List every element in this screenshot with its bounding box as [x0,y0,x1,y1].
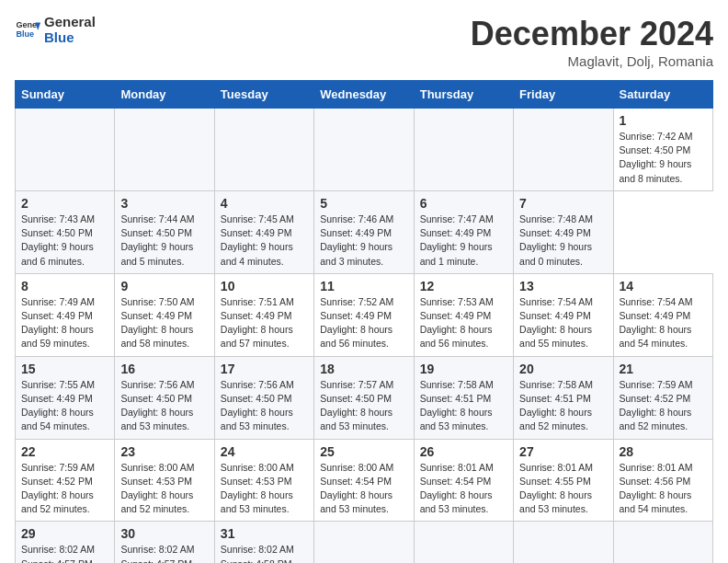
day-detail: Sunrise: 8:02 AMSunset: 4:58 PMDaylight:… [221,543,308,563]
header-monday: Monday [115,81,214,109]
calendar-cell: 17Sunrise: 7:56 AMSunset: 4:50 PMDayligh… [214,356,313,439]
calendar-cell: 25Sunrise: 8:00 AMSunset: 4:54 PMDayligh… [314,439,414,522]
day-detail: Sunrise: 7:54 AMSunset: 4:49 PMDaylight:… [519,295,607,351]
day-detail: Sunrise: 7:48 AMSunset: 4:49 PMDaylight:… [519,213,607,269]
day-number: 11 [320,279,407,293]
day-detail: Sunrise: 7:46 AMSunset: 4:49 PMDaylight:… [320,213,407,269]
day-detail: Sunrise: 7:50 AMSunset: 4:49 PMDaylight:… [120,295,208,351]
day-number: 15 [21,362,108,376]
calendar-cell: 1Sunrise: 7:42 AMSunset: 4:50 PMDaylight… [613,109,712,191]
page-header: General Blue General Blue December 2024 … [15,15,713,69]
day-number: 25 [320,444,407,459]
day-detail: Sunrise: 8:02 AMSunset: 4:57 PMDaylight:… [120,543,208,563]
day-detail: Sunrise: 7:57 AMSunset: 4:50 PMDaylight:… [320,378,407,434]
calendar-cell [613,522,712,563]
calendar-cell [314,109,414,191]
day-number: 10 [221,279,308,293]
day-detail: Sunrise: 7:58 AMSunset: 4:51 PMDaylight:… [519,378,607,434]
header-row: SundayMondayTuesdayWednesdayThursdayFrid… [16,81,713,109]
day-number: 1 [620,113,707,128]
day-detail: Sunrise: 8:02 AMSunset: 4:57 PMDaylight:… [21,543,108,563]
calendar-cell: 30Sunrise: 8:02 AMSunset: 4:57 PMDayligh… [115,522,214,563]
logo-icon: General Blue [15,17,40,43]
svg-text:Blue: Blue [16,29,34,39]
day-detail: Sunrise: 7:54 AMSunset: 4:49 PMDaylight:… [620,295,707,351]
calendar-table: SundayMondayTuesdayWednesdayThursdayFrid… [15,80,713,563]
day-detail: Sunrise: 7:52 AMSunset: 4:49 PMDaylight:… [320,295,407,351]
day-number: 13 [519,279,607,293]
logo-line2: Blue [44,30,96,46]
header-tuesday: Tuesday [214,81,313,109]
calendar-cell: 24Sunrise: 8:00 AMSunset: 4:53 PMDayligh… [214,439,313,522]
day-number: 7 [519,196,607,211]
header-thursday: Thursday [414,81,513,109]
calendar-cell [514,109,613,191]
header-sunday: Sunday [16,81,115,109]
calendar-cell: 2Sunrise: 7:43 AMSunset: 4:50 PMDaylight… [16,190,115,273]
day-number: 3 [120,196,208,211]
calendar-cell [214,109,313,191]
calendar-cell: 5Sunrise: 7:46 AMSunset: 4:49 PMDaylight… [314,190,414,273]
calendar-cell: 16Sunrise: 7:56 AMSunset: 4:50 PMDayligh… [115,356,214,439]
day-detail: Sunrise: 7:55 AMSunset: 4:49 PMDaylight:… [21,378,108,434]
calendar-cell: 10Sunrise: 7:51 AMSunset: 4:49 PMDayligh… [214,273,313,356]
day-detail: Sunrise: 7:45 AMSunset: 4:49 PMDaylight:… [221,213,308,269]
week-row-1: 1Sunrise: 7:42 AMSunset: 4:50 PMDaylight… [16,109,713,191]
week-row-5: 22Sunrise: 7:59 AMSunset: 4:52 PMDayligh… [16,439,713,522]
day-detail: Sunrise: 7:56 AMSunset: 4:50 PMDaylight:… [221,378,308,434]
calendar-cell: 29Sunrise: 8:02 AMSunset: 4:57 PMDayligh… [16,522,115,563]
day-number: 19 [420,362,507,376]
day-number: 22 [21,444,108,459]
calendar-cell [16,109,115,191]
calendar-cell [414,109,513,191]
calendar-cell: 6Sunrise: 7:47 AMSunset: 4:49 PMDaylight… [414,190,513,273]
day-detail: Sunrise: 7:59 AMSunset: 4:52 PMDaylight:… [620,378,707,434]
day-number: 12 [420,279,507,293]
day-number: 4 [221,196,308,211]
day-detail: Sunrise: 8:00 AMSunset: 4:53 PMDaylight:… [120,461,208,517]
day-detail: Sunrise: 8:00 AMSunset: 4:54 PMDaylight:… [320,461,407,517]
day-number: 23 [120,444,208,459]
day-number: 2 [21,196,108,211]
calendar-cell: 22Sunrise: 7:59 AMSunset: 4:52 PMDayligh… [16,439,115,522]
month-title: December 2024 [471,15,713,53]
day-detail: Sunrise: 7:42 AMSunset: 4:50 PMDaylight:… [620,130,707,186]
day-number: 18 [320,362,407,376]
day-detail: Sunrise: 7:49 AMSunset: 4:49 PMDaylight:… [21,295,108,351]
day-detail: Sunrise: 8:01 AMSunset: 4:55 PMDaylight:… [519,461,607,517]
calendar-cell: 21Sunrise: 7:59 AMSunset: 4:52 PMDayligh… [613,356,712,439]
day-detail: Sunrise: 7:53 AMSunset: 4:49 PMDaylight:… [420,295,507,351]
day-detail: Sunrise: 7:43 AMSunset: 4:50 PMDaylight:… [21,213,108,269]
week-row-4: 15Sunrise: 7:55 AMSunset: 4:49 PMDayligh… [16,356,713,439]
day-number: 5 [320,196,407,211]
header-wednesday: Wednesday [314,81,414,109]
calendar-cell: 14Sunrise: 7:54 AMSunset: 4:49 PMDayligh… [613,273,712,356]
day-number: 17 [221,362,308,376]
calendar-cell: 20Sunrise: 7:58 AMSunset: 4:51 PMDayligh… [514,356,613,439]
day-number: 8 [21,279,108,293]
calendar-cell: 18Sunrise: 7:57 AMSunset: 4:50 PMDayligh… [314,356,414,439]
week-row-6: 29Sunrise: 8:02 AMSunset: 4:57 PMDayligh… [16,522,713,563]
day-number: 26 [420,444,507,459]
calendar-cell: 26Sunrise: 8:01 AMSunset: 4:54 PMDayligh… [414,439,513,522]
week-row-3: 8Sunrise: 7:49 AMSunset: 4:49 PMDaylight… [16,273,713,356]
day-detail: Sunrise: 8:01 AMSunset: 4:56 PMDaylight:… [620,461,707,517]
calendar-cell: 3Sunrise: 7:44 AMSunset: 4:50 PMDaylight… [115,190,214,273]
calendar-cell [115,109,214,191]
location: Maglavit, Dolj, Romania [471,53,713,69]
day-number: 24 [221,444,308,459]
day-number: 29 [21,526,108,541]
day-number: 28 [620,444,707,459]
day-number: 21 [620,362,707,376]
day-detail: Sunrise: 7:56 AMSunset: 4:50 PMDaylight:… [120,378,208,434]
calendar-cell: 28Sunrise: 8:01 AMSunset: 4:56 PMDayligh… [613,439,712,522]
day-detail: Sunrise: 8:01 AMSunset: 4:54 PMDaylight:… [420,461,507,517]
calendar-cell: 23Sunrise: 8:00 AMSunset: 4:53 PMDayligh… [115,439,214,522]
week-row-2: 2Sunrise: 7:43 AMSunset: 4:50 PMDaylight… [16,190,713,273]
header-saturday: Saturday [613,81,712,109]
calendar-cell: 7Sunrise: 7:48 AMSunset: 4:49 PMDaylight… [514,190,613,273]
calendar-cell: 8Sunrise: 7:49 AMSunset: 4:49 PMDaylight… [16,273,115,356]
day-detail: Sunrise: 7:44 AMSunset: 4:50 PMDaylight:… [120,213,208,269]
calendar-cell: 31Sunrise: 8:02 AMSunset: 4:58 PMDayligh… [214,522,313,563]
day-number: 30 [120,526,208,541]
